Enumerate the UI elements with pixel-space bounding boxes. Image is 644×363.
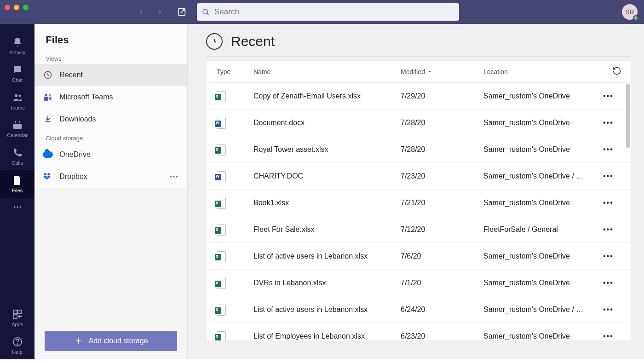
row-actions-button[interactable]: ••• <box>603 279 631 287</box>
rail-activity[interactable]: Activity <box>0 32 34 60</box>
presence-indicator <box>633 15 638 21</box>
sort-desc-icon <box>427 69 432 75</box>
rail-more[interactable] <box>0 198 34 216</box>
ellipsis-icon <box>12 202 23 212</box>
file-name: Fleet For Sale.xlsx <box>253 225 401 234</box>
file-name: Document.docx <box>253 119 401 127</box>
sidebar-item-label: Recent <box>59 71 83 79</box>
row-actions-button[interactable]: ••• <box>603 172 631 180</box>
row-actions-button[interactable]: ••• <box>603 252 631 260</box>
file-modified: 6/24/20 <box>401 305 483 314</box>
word-file-icon <box>217 118 227 128</box>
table-row[interactable]: Royal Tower asset.xlsx 7/28/20 Samer_rus… <box>207 136 631 163</box>
col-type[interactable]: Type <box>217 68 253 75</box>
svg-point-4 <box>18 95 21 97</box>
search-box[interactable] <box>197 3 459 21</box>
apps-icon <box>12 309 23 320</box>
col-name[interactable]: Name <box>253 68 401 75</box>
table-row[interactable]: Book1.xlsx 7/21/20 Samer_rustom's OneDri… <box>207 190 631 216</box>
excel-file-icon <box>217 251 227 261</box>
rail-apps[interactable]: Apps <box>0 304 34 332</box>
files-table: Type Name Modified Location Copy of Zena… <box>206 60 631 341</box>
file-location: Samer_rustom's OneDrive / … <box>483 305 603 314</box>
col-modified[interactable]: Modified <box>401 68 483 75</box>
row-actions-button[interactable]: ••• <box>603 199 631 207</box>
refresh-button[interactable] <box>612 66 621 75</box>
rail-label: Teams <box>10 105 24 110</box>
scrollbar[interactable] <box>626 84 630 148</box>
table-row[interactable]: List of active users in Lebanon.xlsx 6/2… <box>207 296 631 323</box>
svg-point-10 <box>17 206 18 208</box>
compose-button[interactable] <box>173 3 190 21</box>
cloud-section-label: Cloud storage <box>34 130 187 144</box>
back-button[interactable] <box>133 4 149 20</box>
file-name: List of active users in Lebanon.xlsx <box>253 252 401 260</box>
bell-icon <box>12 37 23 48</box>
table-row[interactable]: Fleet For Sale.xlsx 7/12/20 FleetForSale… <box>207 216 631 243</box>
svg-point-18 <box>45 94 47 96</box>
clock-icon <box>206 33 223 50</box>
col-location[interactable]: Location <box>483 68 603 75</box>
svg-point-9 <box>13 206 15 208</box>
help-icon <box>12 336 23 347</box>
excel-file-icon <box>217 91 227 101</box>
row-actions-button[interactable]: ••• <box>603 305 631 314</box>
file-location: Samer_rustom's OneDrive <box>483 279 603 287</box>
rail-help[interactable]: Help <box>0 332 34 359</box>
excel-file-icon <box>217 198 227 208</box>
profile-avatar[interactable]: SR <box>622 4 638 20</box>
forward-button[interactable] <box>152 4 167 20</box>
file-name: Copy of Zenath-Email Users.xlsx <box>253 92 401 100</box>
sidebar-item-downloads[interactable]: Downloads <box>34 108 187 130</box>
search-input[interactable] <box>214 7 454 17</box>
svg-point-22 <box>170 176 172 177</box>
file-modified: 7/23/20 <box>401 172 483 180</box>
sidebar-item-dropbox[interactable]: Dropbox <box>34 166 187 188</box>
onedrive-icon <box>43 150 53 160</box>
svg-point-16 <box>17 344 18 345</box>
table-row[interactable]: Document.docx 7/28/20 Samer_rustom's One… <box>207 109 631 136</box>
dropbox-icon <box>43 172 53 182</box>
rail-label: Apps <box>12 322 23 327</box>
table-row[interactable]: CHARITY.DOC 7/23/20 Samer_rustom's OneDr… <box>207 163 631 190</box>
sidebar-item-onedrive[interactable]: OneDrive <box>34 144 187 166</box>
row-actions-button[interactable]: ••• <box>603 332 631 340</box>
rail-teams[interactable]: Teams <box>0 87 34 115</box>
rail-chat[interactable]: Chat <box>0 60 34 87</box>
file-name: CHARITY.DOC <box>253 172 401 180</box>
svg-point-1 <box>203 9 208 14</box>
app-rail: Activity Chat Teams Calendar Calls Files <box>0 24 34 359</box>
rail-calendar[interactable]: Calendar <box>0 115 34 143</box>
dropbox-more-button[interactable] <box>169 172 179 182</box>
plus-icon <box>74 336 83 346</box>
clock-icon <box>43 70 53 80</box>
rail-label: Chat <box>12 77 23 83</box>
rail-calls[interactable]: Calls <box>0 143 34 170</box>
file-modified: 7/29/20 <box>401 92 483 100</box>
close-window-button[interactable] <box>5 5 10 10</box>
svg-point-3 <box>15 94 17 97</box>
table-row[interactable]: List of active users in Lebanon.xlsx 7/6… <box>207 243 631 270</box>
svg-rect-14 <box>13 315 17 318</box>
sidebar-item-label: Dropbox <box>59 173 87 181</box>
ellipsis-icon <box>169 172 179 182</box>
row-actions-button[interactable]: ••• <box>603 225 631 234</box>
table-row[interactable]: List of Employees in Lebanon.xlsx 6/23/2… <box>207 323 631 340</box>
sidebar-item-teams[interactable]: Microsoft Teams <box>34 86 187 108</box>
excel-file-icon <box>217 278 227 288</box>
file-modified: 7/12/20 <box>401 225 483 234</box>
svg-point-23 <box>173 176 174 177</box>
sidebar-item-recent[interactable]: Recent <box>34 64 187 86</box>
minimize-window-button[interactable] <box>14 5 19 10</box>
maximize-window-button[interactable] <box>23 5 29 10</box>
page-title: Recent <box>231 34 275 49</box>
svg-rect-13 <box>18 310 22 314</box>
add-cloud-storage-button[interactable]: Add cloud storage <box>45 331 177 351</box>
files-sidebar: Files Views Recent Microsoft Teams Downl… <box>34 24 188 359</box>
rail-files[interactable]: Files <box>0 170 34 198</box>
table-row[interactable]: Copy of Zenath-Email Users.xlsx 7/29/20 … <box>207 83 631 109</box>
sidebar-item-label: Microsoft Teams <box>59 93 113 101</box>
file-location: Samer_rustom's OneDrive <box>483 119 603 127</box>
table-row[interactable]: DVRs in Lebanon.xlsx 7/1/20 Samer_rustom… <box>207 270 631 296</box>
file-name: Royal Tower asset.xlsx <box>253 145 401 154</box>
